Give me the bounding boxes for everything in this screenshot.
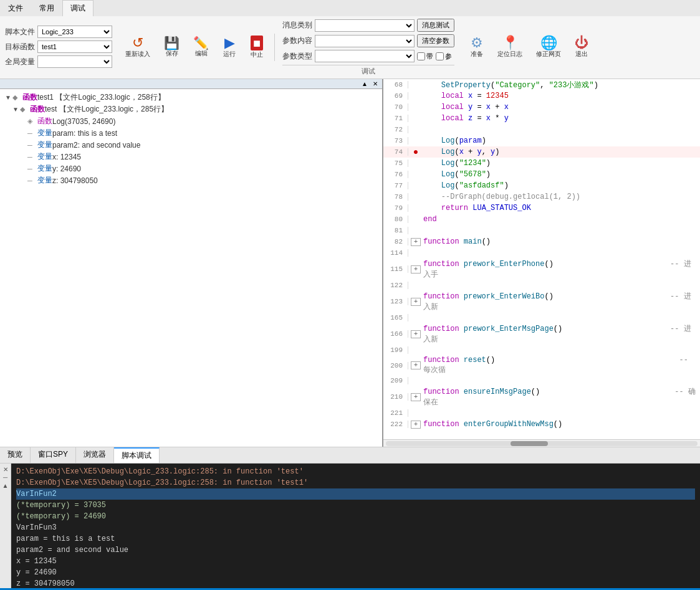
code-line-209: 209 <box>383 375 700 386</box>
script-file-row: 脚本文件 Logic_233 <box>5 26 112 38</box>
stop-button[interactable]: ■ 中止 <box>244 34 269 61</box>
code-line-166: 166 + function prework_EnterMsgPage() --… <box>383 323 700 345</box>
tree-icon-7: ─ <box>27 177 37 184</box>
side-controls: ✕ ─ ▲ <box>0 464 11 588</box>
save-label: 保存 <box>166 49 178 58</box>
tree-item-0[interactable]: ▼ ◆ 函数test1 【文件Logic_233.logic，258行】 <box>0 92 382 103</box>
code-line-200: 200 + function reset() -- 每次循 <box>383 356 700 375</box>
panel-pin-button[interactable]: ▲ <box>360 80 370 87</box>
reload-button[interactable]: ↺ 重新读入 <box>120 34 156 60</box>
tab-common[interactable]: 常用 <box>31 0 62 16</box>
expand-200[interactable]: + <box>411 361 421 369</box>
tab-file[interactable]: 文件 <box>0 0 31 16</box>
with2-checkbox[interactable] <box>436 52 444 60</box>
tab-window-spy[interactable]: 窗口SPY <box>31 447 76 463</box>
run-label: 运行 <box>223 50 236 59</box>
code-line-77: 77 Log("asfdadsf") <box>383 180 700 191</box>
tree-item-4[interactable]: ─ 变量 param2: and second value <box>0 139 382 151</box>
tree-item-1[interactable]: ▼ ◆ 函数test 【文件Logic_233.logic，285行】 <box>0 103 382 115</box>
tab-debug[interactable]: 调试 <box>62 0 93 16</box>
msg-type2-row: 参数类型 带 参 <box>282 50 454 62</box>
expand-222[interactable]: + <box>411 421 421 429</box>
locate-button[interactable]: 📍 定位日志 <box>492 34 528 60</box>
tree-icon-3: ─ <box>27 130 37 137</box>
expand-210[interactable]: + <box>411 393 421 401</box>
panel-close-button[interactable]: ✕ <box>371 80 380 87</box>
msg-content-select[interactable] <box>315 35 415 47</box>
code-line-222: 222 + function enterGroupWithNewMsg() <box>383 419 700 430</box>
code-line-72: 72 <box>383 124 700 135</box>
code-line-81: 81 <box>383 225 700 236</box>
up-side-button[interactable]: ▲ <box>2 482 9 489</box>
reload-label: 重新读入 <box>125 50 150 59</box>
expand-166[interactable]: + <box>411 330 421 338</box>
tree-func-name-1: test 【文件Logic_233.logic，285行】 <box>45 104 168 115</box>
ready-icon: ⚙ <box>471 36 483 50</box>
code-line-80: 80 end <box>383 214 700 225</box>
tree-text-0: 函数 <box>22 92 37 103</box>
breakpoint-74: ● <box>411 147 421 157</box>
panel-titlebar: ▲ ✕ <box>0 79 382 89</box>
edit-button[interactable]: ✏️ 编辑 <box>188 35 214 60</box>
expand-123[interactable]: + <box>411 298 421 306</box>
script-file-select[interactable]: Logic_233 <box>37 26 112 38</box>
right-buttons: ⚙ 准备 📍 定位日志 🌐 修正网页 ⏻ 退出 <box>464 34 599 60</box>
exit-icon: ⏻ <box>575 36 588 50</box>
save-button[interactable]: 💾 保存 <box>158 35 185 60</box>
expand-82[interactable]: + <box>411 238 421 246</box>
tree-item-6[interactable]: ─ 变量 y: 24690 <box>0 163 382 174</box>
msg-type2-select[interactable] <box>315 50 415 62</box>
right-panel: 68 SetProperty("Category", "233小游戏") 69 … <box>383 79 700 447</box>
ready-label: 准备 <box>471 50 483 59</box>
with-checkbox[interactable] <box>417 52 425 60</box>
run-button[interactable]: ▶ 运行 <box>217 34 242 60</box>
global-var-select[interactable] <box>37 55 112 68</box>
code-line-123: 123 + function prework_EnterWeiBo() -- 进… <box>383 291 700 312</box>
console-line-6: param = this is a test <box>16 533 695 545</box>
exit-button[interactable]: ⏻ 退出 <box>569 34 594 60</box>
tab-script-debug[interactable]: 脚本调试 <box>114 447 160 463</box>
tab-browser[interactable]: 浏览器 <box>76 447 114 463</box>
global-var-row: 全局变量 <box>5 55 112 68</box>
action-buttons: ↺ 重新读入 💾 保存 ✏️ 编辑 ▶ 运行 ■ 中止 <box>120 34 275 61</box>
global-var-label: 全局变量 <box>5 57 35 67</box>
expand-115[interactable]: + <box>411 265 421 274</box>
console-line-5: VarInFun3 <box>16 522 695 533</box>
panel-titlebar-buttons: ▲ ✕ <box>360 80 380 87</box>
console-area[interactable]: D:\ExenObj\Exe\XE5\Debug\Logic_233.logic… <box>11 464 700 588</box>
close-side-button[interactable]: ✕ <box>3 466 8 473</box>
console-line-8: x = 12345 <box>16 556 695 567</box>
target-func-row: 目标函数 test1 <box>5 40 112 53</box>
tree-item-7[interactable]: ─ 变量 z: 304798050 <box>0 174 382 186</box>
scrollbar-track <box>386 441 698 446</box>
tree-arrow-0: ▼ <box>5 94 12 101</box>
tree-var-3: param: this is a test <box>52 129 117 138</box>
msg-test-button[interactable]: 消息测试 <box>417 19 454 32</box>
code-line-70: 70 local y = x + x <box>383 102 700 113</box>
ready-button[interactable]: ⚙ 准备 <box>464 34 489 60</box>
tree-text-6: 变量 <box>37 163 52 174</box>
msg-type-label: 消息类别 <box>282 20 312 31</box>
code-line-199: 199 <box>383 345 700 356</box>
tree-var-7: z: 304798050 <box>52 176 98 185</box>
code-horizontal-scrollbar[interactable] <box>383 439 700 447</box>
debug-section-label: 调试 <box>282 65 454 76</box>
msg-type-select[interactable] <box>315 19 415 32</box>
tree-item-5[interactable]: ─ 变量 x: 12345 <box>0 151 382 163</box>
code-editor[interactable]: 68 SetProperty("Category", "233小游戏") 69 … <box>383 79 700 439</box>
script-file-label: 脚本文件 <box>5 27 35 37</box>
stop-label: 中止 <box>251 50 263 59</box>
code-line-82: 82 + function main() <box>383 236 700 247</box>
tree-item-3[interactable]: ─ 变量 param: this is a test <box>0 127 382 139</box>
fix-web-button[interactable]: 🌐 修正网页 <box>530 34 567 60</box>
tree-func-name-0: test1 【文件Logic_233.logic，258行】 <box>37 92 165 103</box>
msg-type-row: 消息类别 消息测试 <box>282 19 454 32</box>
tab-preview[interactable]: 预览 <box>0 447 31 463</box>
save-icon: 💾 <box>164 37 180 49</box>
code-line-68: 68 SetProperty("Category", "233小游戏") <box>383 79 700 90</box>
pin-side-button[interactable]: ─ <box>3 474 7 481</box>
tree-item-2[interactable]: ◈ 函数Log(37035, 24690) <box>0 115 382 127</box>
target-func-select[interactable]: test1 <box>37 40 112 53</box>
code-line-79: 79 return LUA_STATUS_OK <box>383 202 700 214</box>
clear-params-button[interactable]: 清空参数 <box>417 34 454 47</box>
